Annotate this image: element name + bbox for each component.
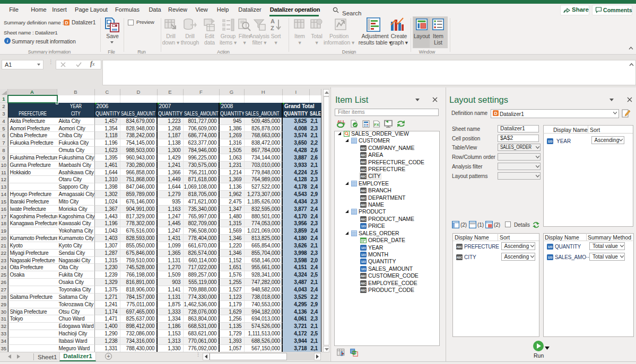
svg-text:123: 123 (548, 255, 553, 259)
svg-text:Z: Z (271, 25, 274, 31)
svg-text:123: 123 (361, 253, 366, 256)
svg-text:ABC: ABC (456, 255, 462, 259)
svg-text:ABC: ABC (360, 203, 366, 207)
svg-text:ABC: ABC (360, 161, 366, 164)
svg-text:ABC: ABC (360, 146, 366, 149)
svg-text:123: 123 (361, 267, 366, 270)
svg-text:123: 123 (548, 245, 553, 248)
svg-text:D: D (65, 20, 68, 25)
svg-text:123: 123 (361, 225, 366, 228)
svg-text:D: D (494, 111, 497, 116)
svg-text:A: A (271, 18, 275, 24)
svg-text:ABC: ABC (360, 289, 366, 292)
svg-text:ABC: ABC (360, 281, 366, 285)
svg-text:FX: FX (374, 122, 379, 127)
svg-text:123: 123 (361, 260, 366, 263)
svg-text:ABC: ABC (360, 217, 366, 220)
svg-text:ABC: ABC (360, 154, 366, 157)
svg-text:123: 123 (361, 246, 366, 249)
svg-text:ABC: ABC (360, 196, 366, 199)
svg-text:ABC: ABC (360, 189, 366, 192)
svg-text:ABC: ABC (360, 167, 366, 171)
svg-text:123: 123 (548, 139, 553, 143)
svg-text:ABC: ABC (360, 274, 366, 278)
svg-text:ABC: ABC (456, 245, 462, 248)
svg-text:ABC: ABC (360, 175, 366, 178)
